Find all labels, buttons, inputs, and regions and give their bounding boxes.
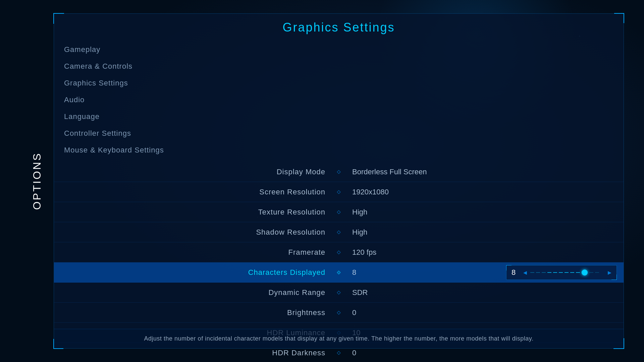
- sidebar: Options: [20, 13, 54, 349]
- slider-right-arrow[interactable]: ▶: [608, 270, 611, 275]
- value-brightness: 0: [345, 308, 624, 317]
- bottom-description: Adjust the number of incidental characte…: [54, 329, 624, 348]
- divider-5: [332, 271, 345, 274]
- dash-6: [559, 272, 563, 273]
- main-container: Options Graphics Settings Gameplay Camer…: [20, 13, 624, 349]
- dash-3: [542, 272, 546, 273]
- settings-row-shadow-resolution[interactable]: Shadow Resolution High: [54, 222, 624, 242]
- divider-3: [332, 231, 345, 234]
- dash-2: [536, 272, 540, 273]
- slider-thumb[interactable]: [582, 269, 588, 276]
- nav-item-language[interactable]: Language: [54, 108, 624, 125]
- divider-4: [332, 251, 345, 254]
- settings-row-framerate[interactable]: Framerate 120 fps: [54, 242, 624, 262]
- divider-6: [332, 291, 345, 294]
- label-texture-resolution: Texture Resolution: [54, 208, 332, 217]
- corner-decoration-tr: [614, 13, 624, 23]
- page-title: Graphics Settings: [54, 14, 624, 38]
- dash-10: [589, 272, 593, 273]
- settings-row-screen-resolution[interactable]: Screen Resolution 644x362: [54, 182, 624, 202]
- settings-row-characters-displayed[interactable]: Characters Displayed 8 8 ◀: [54, 262, 624, 283]
- value-display-mode: Borderless Full Screen: [345, 168, 624, 176]
- divider-0: [332, 171, 345, 173]
- label-display-mode: Display Mode: [54, 168, 332, 176]
- value-hdr-darkness: 0: [345, 349, 624, 357]
- value-shadow-resolution: High: [345, 228, 624, 237]
- nav-item-gameplay[interactable]: Gameplay: [54, 41, 624, 58]
- nav-item-mouse-keyboard[interactable]: Mouse & Keyboard Settings: [54, 142, 624, 159]
- nav-item-controller-settings[interactable]: Controller Settings: [54, 125, 624, 142]
- dash-1: [530, 272, 534, 273]
- slider-popup: 8 ◀: [506, 265, 617, 280]
- settings-row-texture-resolution[interactable]: Texture Resolution High: [54, 202, 624, 222]
- divider-1: [332, 191, 345, 193]
- dash-9: [576, 272, 580, 273]
- divider-7: [332, 311, 345, 314]
- content-panel: Graphics Settings Gameplay Camera & Cont…: [54, 13, 624, 349]
- nav-section: Gameplay Camera & Controls Graphics Sett…: [54, 38, 624, 162]
- dash-11: [595, 272, 599, 273]
- settings-row-dynamic-range[interactable]: Dynamic Range SDR: [54, 283, 624, 303]
- dash-4: [547, 272, 551, 273]
- divider-9: [332, 352, 345, 354]
- label-dynamic-range: Dynamic Range: [54, 288, 332, 297]
- dash-7: [565, 272, 569, 273]
- settings-row-brightness[interactable]: Brightness 0: [54, 303, 624, 323]
- description-text: Adjust the number of incidental characte…: [144, 335, 534, 342]
- value-texture-resolution: High: [345, 208, 624, 217]
- label-screen-resolution: Screen Resolution: [54, 188, 332, 196]
- nav-item-graphics-settings[interactable]: Graphics Settings: [54, 75, 624, 92]
- label-shadow-resolution: Shadow Resolution: [54, 228, 332, 237]
- label-framerate: Framerate: [54, 248, 332, 257]
- slider-track-container: [530, 269, 604, 276]
- settings-row-display-mode[interactable]: Display Mode Borderless Full Screen: [54, 162, 624, 182]
- nav-item-camera-controls[interactable]: Camera & Controls: [54, 58, 624, 75]
- label-characters-displayed: Characters Displayed: [54, 268, 332, 277]
- nav-item-audio[interactable]: Audio: [54, 92, 624, 108]
- label-hdr-darkness: HDR Darkness: [54, 349, 332, 357]
- divider-2: [332, 211, 345, 214]
- value-framerate: 120 fps: [345, 248, 624, 257]
- dash-8: [570, 272, 574, 273]
- slider-value: 8: [512, 268, 520, 277]
- value-dynamic-range: SDR: [345, 288, 624, 297]
- value-screen-resolution: 644x362: [345, 188, 624, 196]
- slider-left-arrow[interactable]: ◀: [523, 270, 527, 275]
- sidebar-options-label: Options: [31, 152, 43, 210]
- label-brightness: Brightness: [54, 308, 332, 317]
- dash-5: [553, 272, 557, 273]
